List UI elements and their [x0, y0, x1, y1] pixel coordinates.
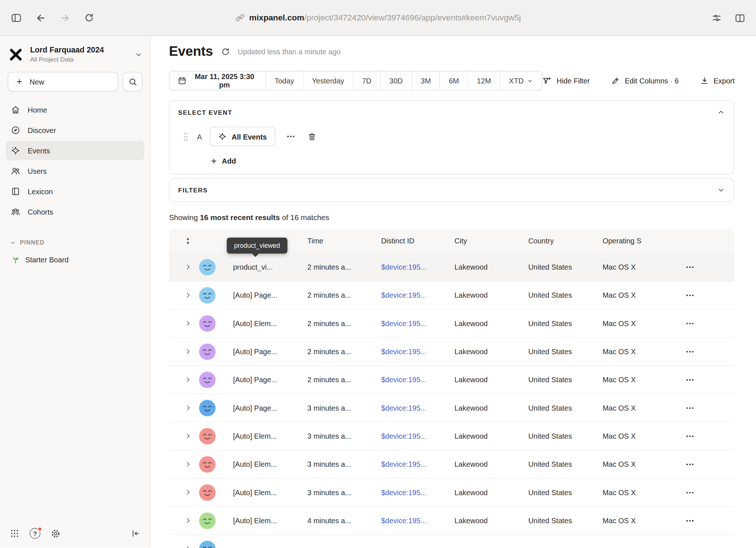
event-name[interactable]: [Auto] Elem...	[223, 488, 307, 497]
distinct-id-link[interactable]: $device:195...	[381, 376, 454, 384]
table-row[interactable]: [Auto] Page... 3 minutes a... $device:19…	[169, 394, 734, 422]
browser-reload-icon[interactable]	[84, 13, 94, 23]
range-today[interactable]: Today	[266, 71, 303, 90]
table-row[interactable]: [Auto] Page... 2 minutes a... $device:19…	[169, 281, 734, 309]
distinct-id-link[interactable]: $device:195...	[381, 404, 454, 412]
expand-panel-icon[interactable]	[717, 186, 725, 194]
distinct-id-link[interactable]: $device:195...	[381, 488, 454, 497]
new-button[interactable]: New	[8, 72, 118, 91]
distinct-id-link[interactable]: $device:195...	[381, 347, 454, 356]
hide-filter-button[interactable]: Hide Filter	[543, 76, 590, 85]
range-xtd[interactable]: XTD	[500, 71, 542, 90]
row-options-icon[interactable]	[685, 347, 695, 356]
range-7d[interactable]: 7D	[353, 71, 381, 90]
browser-page-settings-icon[interactable]	[711, 12, 722, 23]
expand-row-icon[interactable]	[184, 432, 192, 440]
row-options-icon[interactable]	[685, 459, 695, 469]
sidebar-item-home[interactable]: Home	[6, 100, 144, 120]
table-row[interactable]: product_vi... 2 minutes a... $device:195…	[169, 253, 734, 281]
collapse-sidebar-icon[interactable]	[131, 529, 141, 539]
range-12m[interactable]: 12M	[468, 71, 500, 90]
distinct-id-link[interactable]: $device:195...	[381, 291, 454, 300]
sidebar-item-discover[interactable]: Discover	[6, 121, 144, 140]
table-row[interactable]: [Auto] Page... 2 minutes a... $device:19…	[169, 338, 734, 366]
expand-row-icon[interactable]	[184, 489, 192, 496]
column-header-os[interactable]: Operating S	[603, 236, 654, 245]
sidebar-item-events[interactable]: Events	[6, 141, 144, 160]
search-button[interactable]	[123, 72, 142, 91]
export-button[interactable]: Export	[700, 76, 735, 85]
browser-split-view-icon[interactable]	[735, 12, 745, 23]
row-options-icon[interactable]	[685, 488, 695, 497]
event-name[interactable]: [Auto] Elem...	[223, 319, 307, 328]
sidebar-item-starter-board[interactable]: Starter Board	[0, 255, 150, 265]
pinned-section-toggle[interactable]: PINNED	[0, 239, 150, 246]
range-yesterday[interactable]: Yesterday	[303, 71, 354, 90]
expand-row-icon[interactable]	[184, 461, 192, 468]
expand-row-icon[interactable]	[184, 376, 192, 383]
row-options-icon[interactable]	[685, 516, 695, 525]
event-name[interactable]: [Auto] Page...	[223, 291, 307, 300]
expand-row-icon[interactable]	[184, 320, 192, 327]
browser-back-icon[interactable]	[35, 12, 46, 23]
collapse-panel-icon[interactable]	[717, 108, 725, 116]
expand-row-icon[interactable]	[184, 263, 192, 271]
event-selector-button[interactable]: All Events	[210, 127, 275, 146]
browser-sidebar-toggle-icon[interactable]	[11, 12, 22, 23]
row-options-icon[interactable]	[685, 431, 695, 441]
expand-row-icon[interactable]	[184, 404, 192, 411]
browser-forward-icon[interactable]	[60, 12, 70, 23]
column-header-city[interactable]: City	[454, 236, 528, 245]
edit-columns-button[interactable]: Edit Columns · 6	[611, 76, 678, 85]
help-icon[interactable]: ?	[29, 528, 40, 539]
row-options-icon[interactable]	[685, 403, 695, 413]
expand-row-icon[interactable]	[184, 291, 192, 299]
drag-handle-icon[interactable]	[183, 132, 189, 142]
column-header-time[interactable]: Time	[307, 236, 381, 245]
table-row[interactable]: [Auto] Elem... 3 minutes a... $device:19…	[169, 422, 734, 450]
sidebar-item-lexicon[interactable]: Lexicon	[6, 182, 144, 201]
distinct-id-link[interactable]: $device:195...	[381, 432, 454, 440]
expand-row-icon[interactable]	[184, 348, 192, 355]
event-name[interactable]: [Auto] Elem...	[223, 516, 307, 525]
delete-event-icon[interactable]	[307, 132, 316, 141]
table-row[interactable]: [Auto] Elem... 4 minutes a... $device:19…	[169, 507, 734, 535]
row-options-icon[interactable]	[685, 290, 695, 300]
table-row[interactable]	[169, 535, 734, 548]
table-row[interactable]: [Auto] Page... 2 minutes a... $device:19…	[169, 366, 734, 394]
event-name[interactable]: [Auto] Page...	[223, 347, 307, 356]
distinct-id-link[interactable]: $device:195...	[381, 263, 454, 271]
sidebar-item-users[interactable]: Users	[6, 161, 144, 181]
table-row[interactable]: [Auto] Elem... 3 minutes a... $device:19…	[169, 478, 734, 506]
collapse-all-rows-icon[interactable]	[184, 236, 192, 245]
distinct-id-link[interactable]: $device:195...	[381, 516, 454, 525]
browser-url-bar[interactable]: mixpanel.com/project/3472420/view/397469…	[235, 13, 521, 23]
refresh-icon[interactable]	[221, 47, 230, 56]
distinct-id-link[interactable]: $device:195...	[381, 460, 454, 469]
event-name[interactable]: [Auto] Elem...	[223, 432, 307, 440]
row-options-icon[interactable]	[685, 544, 695, 548]
sidebar-item-cohorts[interactable]: Cohorts	[6, 202, 144, 222]
settings-gear-icon[interactable]	[51, 528, 61, 539]
apps-grid-icon[interactable]	[10, 529, 20, 539]
column-header-country[interactable]: Country	[528, 236, 603, 245]
event-name[interactable]: [Auto] Page...	[223, 376, 307, 384]
row-options-icon[interactable]	[685, 318, 695, 328]
event-name[interactable]: [Auto] Page...	[223, 404, 307, 412]
table-row[interactable]: [Auto] Elem... 2 minutes a... $device:19…	[169, 309, 734, 337]
expand-row-icon[interactable]	[184, 545, 192, 548]
event-options-icon[interactable]	[286, 132, 296, 141]
range-3m[interactable]: 3M	[412, 71, 440, 90]
range-30d[interactable]: 30D	[381, 71, 412, 90]
range-6m[interactable]: 6M	[440, 71, 468, 90]
event-name[interactable]: product_vi...	[223, 263, 307, 271]
distinct-id-link[interactable]: $device:195...	[381, 319, 454, 328]
date-picker-button[interactable]: Mar 11, 2025 3:30 pm	[169, 71, 266, 90]
table-row[interactable]: [Auto] Elem... 3 minutes a... $device:19…	[169, 450, 734, 478]
row-options-icon[interactable]	[685, 262, 695, 272]
project-switcher[interactable]: Lord Farquaad 2024 All Project Data	[0, 36, 150, 67]
expand-row-icon[interactable]	[184, 517, 192, 524]
add-event-button[interactable]: Add	[210, 157, 236, 165]
event-name[interactable]: [Auto] Elem...	[223, 460, 307, 469]
column-header-distinct-id[interactable]: Distinct ID	[381, 236, 454, 245]
